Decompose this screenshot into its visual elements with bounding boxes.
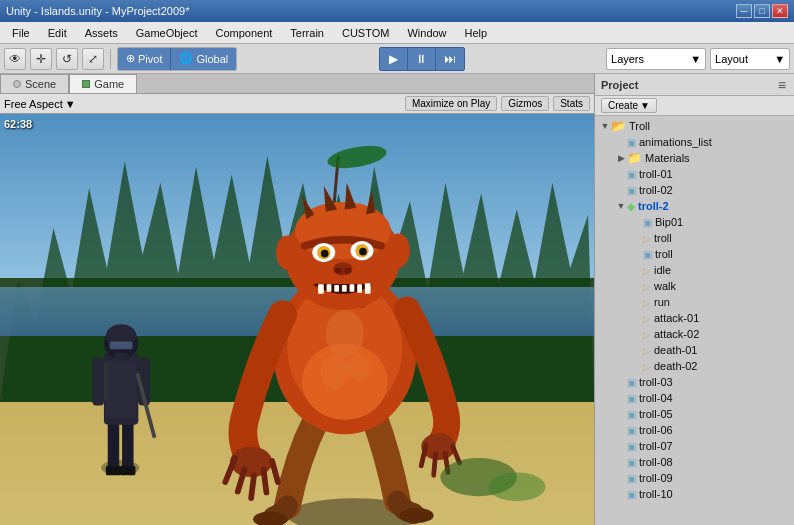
pivot-button[interactable]: ⊕ Pivot: [118, 48, 171, 70]
svg-point-53: [326, 310, 364, 358]
tree-item-walk[interactable]: ▷ walk: [595, 278, 794, 294]
svg-rect-48: [350, 284, 355, 292]
game-toolbar: Free Aspect ▼ Maximize on Play Gizmos St…: [0, 94, 594, 114]
tree-item-troll-bone[interactable]: ▷ troll: [595, 230, 794, 246]
view-tool-button[interactable]: 👁: [4, 48, 26, 70]
tree-item-death-02[interactable]: ▷ death-02: [595, 358, 794, 374]
left-panel: Scene Game Free Aspect ▼ Maximize on Pla…: [0, 74, 594, 525]
tree-item-idle[interactable]: ▷ idle: [595, 262, 794, 278]
scale-tool-button[interactable]: ⤢: [82, 48, 104, 70]
tree-item-attack-01[interactable]: ▷ attack-01: [595, 310, 794, 326]
label-troll-08: troll-08: [639, 456, 673, 468]
tree-item-troll-04[interactable]: ▣ troll-04: [595, 390, 794, 406]
svg-rect-46: [334, 285, 339, 292]
layout-dropdown[interactable]: Layout ▼: [710, 48, 790, 70]
tree-arrow-troll-2[interactable]: ▼: [615, 201, 627, 211]
tree-item-troll-10[interactable]: ▣ troll-10: [595, 486, 794, 502]
play-controls: ▶ ⏸ ⏭: [379, 47, 465, 71]
svg-rect-47: [342, 285, 347, 292]
tree-item-materials[interactable]: ▶ 📁 Materials: [595, 150, 794, 166]
stats-button[interactable]: Stats: [553, 96, 590, 111]
global-button[interactable]: 🌐 Global: [171, 48, 236, 70]
tree-item-animations_list[interactable]: ▣ animations_list: [595, 134, 794, 150]
icon-bip01: ▣: [643, 216, 652, 228]
tree-item-attack-02[interactable]: ▷ attack-02: [595, 326, 794, 342]
menu-bar: File Edit Assets GameObject Component Te…: [0, 22, 794, 44]
svg-line-25: [264, 470, 267, 493]
svg-rect-4: [120, 466, 135, 476]
tree-item-troll-06[interactable]: ▣ troll-06: [595, 422, 794, 438]
svg-line-24: [251, 475, 254, 498]
icon-troll: 📂: [611, 119, 626, 133]
tree-item-troll-09[interactable]: ▣ troll-09: [595, 470, 794, 486]
menu-window[interactable]: Window: [399, 25, 454, 41]
icon-run: ▷: [643, 296, 651, 308]
create-button[interactable]: Create ▼: [601, 98, 657, 113]
tree-item-troll[interactable]: ▼ 📂 Troll: [595, 118, 794, 134]
project-menu-button[interactable]: ≡: [776, 77, 788, 93]
menu-help[interactable]: Help: [457, 25, 496, 41]
icon-troll-08: ▣: [627, 456, 636, 468]
svg-point-42: [334, 268, 342, 274]
icon-attack-01: ▷: [643, 312, 651, 324]
icon-troll-06: ▣: [627, 424, 636, 436]
tree-item-troll-07[interactable]: ▣ troll-07: [595, 438, 794, 454]
menu-custom[interactable]: CUSTOM: [334, 25, 397, 41]
label-troll-01: troll-01: [639, 168, 673, 180]
project-tree[interactable]: ▼ 📂 Troll ▣ animations_list ▶ 📁 Material…: [595, 116, 794, 525]
global-icon: 🌐: [179, 52, 193, 65]
icon-troll-01: ▣: [627, 168, 636, 180]
tree-item-troll-2[interactable]: ▼ ◆ troll-2: [595, 198, 794, 214]
svg-line-29: [434, 453, 436, 475]
tree-item-troll-02[interactable]: ▣ troll-02: [595, 182, 794, 198]
window-title: Unity - Islands.unity - MyProject2009*: [6, 5, 189, 17]
menu-terrain[interactable]: Terrain: [282, 25, 332, 41]
svg-rect-45: [327, 284, 332, 292]
layers-dropdown[interactable]: Layers ▼: [606, 48, 706, 70]
tree-item-troll-mesh[interactable]: ▣ troll: [595, 246, 794, 262]
maximize-button[interactable]: □: [754, 4, 770, 18]
label-troll-mesh: troll: [655, 248, 673, 260]
rotate-tool-button[interactable]: ↺: [56, 48, 78, 70]
menu-assets[interactable]: Assets: [77, 25, 126, 41]
menu-file[interactable]: File: [4, 25, 38, 41]
step-button[interactable]: ⏭: [436, 48, 464, 70]
aspect-selector[interactable]: Free Aspect ▼: [4, 98, 76, 110]
play-button[interactable]: ▶: [380, 48, 408, 70]
tree-item-troll-03[interactable]: ▣ troll-03: [595, 374, 794, 390]
pause-button[interactable]: ⏸: [408, 48, 436, 70]
tree-item-death-01[interactable]: ▷ death-01: [595, 342, 794, 358]
svg-point-17: [399, 508, 433, 523]
label-walk: walk: [654, 280, 676, 292]
tree-item-troll-08[interactable]: ▣ troll-08: [595, 454, 794, 470]
label-attack-01: attack-01: [654, 312, 699, 324]
label-death-01: death-01: [654, 344, 697, 356]
tab-scene[interactable]: Scene: [0, 74, 69, 93]
tree-item-run[interactable]: ▷ run: [595, 294, 794, 310]
tree-arrow-materials[interactable]: ▶: [615, 153, 627, 163]
icon-troll-2: ◆: [627, 200, 635, 212]
svg-rect-1: [108, 420, 119, 473]
maximize-on-play-button[interactable]: Maximize on Play: [405, 96, 497, 111]
layers-arrow-icon: ▼: [690, 53, 701, 65]
minimize-button[interactable]: ─: [736, 4, 752, 18]
tree-item-troll-01[interactable]: ▣ troll-01: [595, 166, 794, 182]
project-header: Project ≡: [595, 74, 794, 96]
menu-gameobject[interactable]: GameObject: [128, 25, 206, 41]
coords-text: 62:38: [4, 118, 32, 130]
menu-component[interactable]: Component: [207, 25, 280, 41]
tree-item-bip01[interactable]: ▣ Bip01: [595, 214, 794, 230]
menu-edit[interactable]: Edit: [40, 25, 75, 41]
main-content: Scene Game Free Aspect ▼ Maximize on Pla…: [0, 74, 794, 525]
svg-rect-3: [106, 466, 121, 476]
gizmos-button[interactable]: Gizmos: [501, 96, 549, 111]
icon-troll-02: ▣: [627, 184, 636, 196]
game-viewport[interactable]: 62:38: [0, 114, 594, 525]
tree-arrow-troll[interactable]: ▼: [599, 121, 611, 131]
close-button[interactable]: ✕: [772, 4, 788, 18]
tree-item-troll-05[interactable]: ▣ troll-05: [595, 406, 794, 422]
tab-game[interactable]: Game: [69, 74, 137, 93]
troll-group: [225, 183, 459, 525]
move-tool-button[interactable]: ✛: [30, 48, 52, 70]
pivot-label: Pivot: [138, 53, 162, 65]
